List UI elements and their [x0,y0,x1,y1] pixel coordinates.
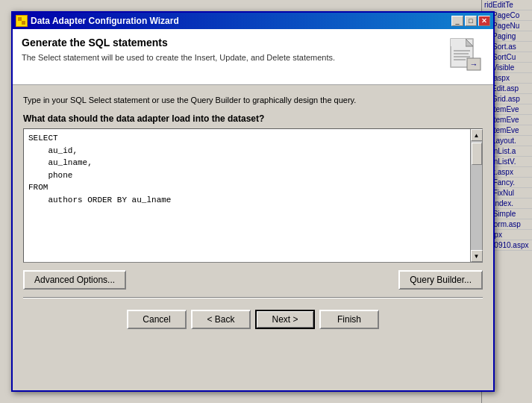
sql-editor-container: ▲ ▼ [23,128,483,263]
dialog-window: Data Adapter Configuration Wizard _ □ ✕ … [11,11,495,392]
minimize-button[interactable]: _ [451,16,463,26]
sql-input[interactable] [24,129,470,262]
body-section: Type in your SQL Select statement or use… [13,85,493,343]
advanced-options-button[interactable]: Advanced Options... [23,270,126,290]
sidebar-item[interactable]: ridEditTe [482,0,532,10]
title-bar: Data Adapter Configuration Wizard _ □ ✕ [13,13,493,29]
title-icon [16,15,28,27]
scrollbar: ▲ ▼ [470,129,482,262]
options-buttons-row: Advanced Options... Query Builder... [23,270,483,290]
close-button[interactable]: ✕ [478,16,490,26]
back-button[interactable]: < Back [191,310,251,329]
scroll-up-button[interactable]: ▲ [471,129,483,141]
separator [23,297,483,298]
svg-rect-1 [18,17,22,21]
scroll-thumb[interactable] [472,143,482,165]
title-buttons: _ □ ✕ [451,16,490,26]
scroll-track[interactable] [471,141,482,250]
header-icon: → [447,37,484,74]
instruction-text: Type in your SQL Select statement or use… [23,96,483,104]
scroll-down-button[interactable]: ▼ [471,250,483,262]
svg-rect-6 [451,39,466,46]
finish-button[interactable]: Finish [319,310,379,329]
header-description: The Select statement will be used to cre… [22,52,395,63]
header-title: Generate the SQL statements [22,37,439,49]
query-builder-button[interactable]: Query Builder... [398,270,483,290]
header-text: Generate the SQL statements The Select s… [22,37,439,63]
maximize-button[interactable]: □ [465,16,477,26]
dialog-title: Data Adapter Configuration Wizard [31,16,179,26]
cancel-button[interactable]: Cancel [127,310,187,329]
bottom-buttons-row: Cancel < Back Next > Finish [23,304,483,335]
title-bar-left: Data Adapter Configuration Wizard [16,15,179,27]
question-label: What data should the data adapter load i… [23,113,483,124]
next-button[interactable]: Next > [255,310,315,329]
svg-text:→: → [470,60,478,69]
header-section: Generate the SQL statements The Select s… [13,29,493,85]
svg-rect-2 [22,21,25,25]
